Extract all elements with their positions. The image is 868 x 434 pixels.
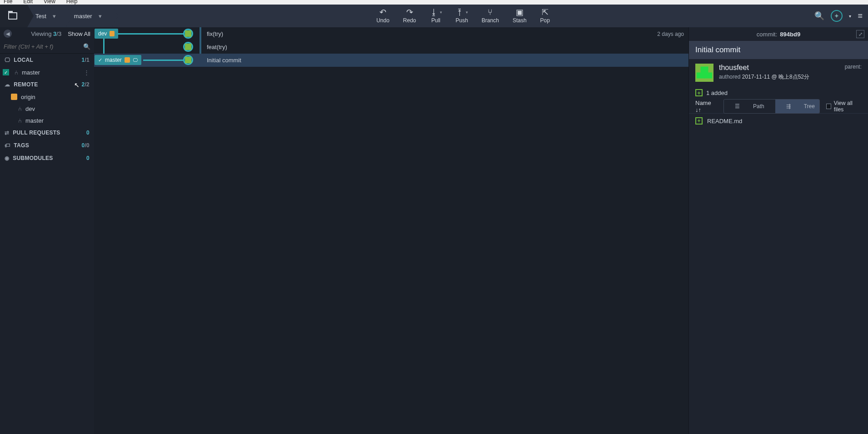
pull-button[interactable]: ⭳▾ Pull [430, 8, 442, 24]
menu-icon[interactable]: ≡ [858, 11, 863, 21]
menu-view[interactable]: View [42, 0, 57, 5]
avatar-icon [185, 30, 191, 37]
toggle-tree[interactable]: ⇶Tree [775, 100, 820, 113]
list-icon: ☰ [729, 101, 745, 111]
viewing-label: Viewing 3/3 [31, 30, 61, 37]
details-header: commit: 894bd9 ⤢ [689, 27, 868, 41]
commit-title: Initial commit [689, 41, 868, 59]
chevron-down-icon: ▾ [440, 10, 442, 15]
commit-hash[interactable]: 894bd9 [780, 31, 800, 38]
check-icon: ✓ [3, 69, 9, 75]
added-icon: + [695, 117, 703, 125]
filter-input[interactable] [4, 43, 80, 50]
stash-icon: ▣ [516, 8, 524, 16]
menu-help[interactable]: Help [65, 0, 80, 5]
chevron-down-icon: ▾ [466, 10, 468, 15]
chevron-down-icon[interactable]: ▾ [849, 14, 851, 19]
branch-crumb[interactable]: master ▾ [66, 5, 112, 27]
local-branch-master[interactable]: ✓ ⑃ master ⋮ [0, 66, 94, 78]
branch-name: master [74, 13, 92, 20]
pop-icon: ⇱ [542, 8, 549, 16]
origin-icon [11, 94, 17, 100]
section-submodules[interactable]: ◉ SUBMODULES 0 [0, 152, 94, 165]
profile-button[interactable]: ✦ [831, 10, 843, 22]
search-icon[interactable]: 🔍 [814, 11, 824, 21]
author-meta: authored 2017-11-11 @ 晚上8点52分 [719, 73, 809, 81]
download-icon: ⭳ [430, 8, 438, 16]
redo-button[interactable]: ↷ Redo [403, 8, 416, 24]
search-icon[interactable]: 🔍 [83, 43, 90, 50]
branch-icon: ⑂ [488, 8, 493, 16]
graph-hline [118, 33, 184, 35]
graph-hline [143, 60, 184, 61]
file-columns: Name ↓↑ ☰Path ⇶Tree View all files [689, 99, 868, 114]
commit-message: Initial commit [207, 57, 241, 64]
view-all-files[interactable]: View all files [826, 100, 862, 113]
menu-file[interactable]: File [2, 0, 14, 5]
back-button[interactable]: ◀ [4, 30, 12, 38]
undo-icon: ↶ [379, 8, 386, 16]
file-row[interactable]: + README.md [689, 114, 868, 128]
check-icon: ✓ [98, 57, 102, 63]
commit-time: 2 days ago [657, 31, 684, 37]
branch-button[interactable]: ⑂ Branch [482, 8, 499, 24]
more-icon[interactable]: ⋮ [84, 69, 90, 76]
branch-label-master[interactable]: ✓ master 🖵 [95, 55, 141, 65]
sort-name[interactable]: Name ↓↑ [695, 100, 717, 113]
toggle-path[interactable]: ☰Path [724, 100, 775, 113]
author-name: thousfeet [719, 64, 809, 72]
octopus-icon: ✦ [834, 12, 839, 20]
view-toggle: ☰Path ⇶Tree [723, 99, 820, 114]
chevron-down-icon: ▾ [99, 13, 102, 20]
menu-edit[interactable]: Edit [21, 0, 35, 5]
origin-icon [125, 57, 130, 63]
remote-branch-master[interactable]: ⑃ master [0, 115, 94, 126]
monitor-icon: 🖵 [133, 57, 138, 63]
expand-icon[interactable]: ⤢ [856, 30, 864, 38]
show-all-link[interactable]: Show All [68, 30, 90, 37]
sort-icon: ↓↑ [695, 106, 701, 113]
undo-button[interactable]: ↶ Undo [376, 8, 389, 24]
commit-node[interactable] [183, 55, 193, 65]
branch-icon: ⑃ [18, 105, 22, 112]
redo-icon: ↷ [406, 8, 413, 16]
monitor-icon: 🖵 [5, 57, 10, 63]
folder-button[interactable] [0, 5, 27, 27]
branch-icon: ⑃ [15, 69, 18, 76]
chevron-down-icon: ▾ [53, 13, 56, 20]
commit-message: feat(try) [207, 44, 227, 50]
upload-icon: ⭱ [456, 8, 464, 16]
commit-message: fix(try) [207, 30, 223, 37]
file-name: README.md [707, 118, 742, 125]
commit-node[interactable] [183, 29, 193, 39]
section-tags[interactable]: 🏷 TAGS 0/0 [0, 139, 94, 152]
author-avatar: ▟▙ [695, 64, 713, 82]
checkbox-icon [826, 104, 831, 109]
breadcrumb: Test ▾ master ▾ [0, 5, 112, 27]
section-remote[interactable]: ☁ REMOTE 2/2 [0, 78, 94, 91]
branch-label-dev[interactable]: dev [95, 29, 118, 39]
tag-icon: 🏷 [5, 142, 10, 149]
section-pull-requests[interactable]: ⇄ PULL REQUESTS 0 [0, 126, 94, 139]
commit-graph: dev fix(try) 2 days ago feat(try) ✓ mast… [94, 27, 688, 434]
pop-button[interactable]: ⇱ Pop [540, 8, 550, 24]
author-block: ▟▙ thousfeet authored 2017-11-11 @ 晚上8点5… [689, 59, 868, 86]
commit-details-panel: commit: 894bd9 ⤢ Initial commit ▟▙ thous… [688, 27, 868, 434]
stash-button[interactable]: ▣ Stash [513, 8, 527, 24]
remote-branch-dev[interactable]: ⑃ dev [0, 103, 94, 115]
branch-icon: ⑃ [18, 117, 22, 124]
added-icon: + [695, 89, 703, 96]
filter-bar: 🔍 [0, 40, 94, 54]
main-toolbar: Test ▾ master ▾ ↶ Undo ↷ Redo ⭳▾ Pull ⭱▾… [0, 5, 868, 27]
section-local[interactable]: 🖵 LOCAL 1/1 [0, 54, 94, 66]
repo-name: Test [35, 13, 46, 20]
tree-icon: ⇶ [781, 101, 796, 111]
folder-icon [8, 12, 17, 20]
push-button[interactable]: ⭱▾ Push [456, 8, 468, 24]
pull-request-icon: ⇄ [5, 130, 9, 136]
avatar-icon [185, 57, 191, 63]
submodule-icon: ◉ [5, 155, 9, 161]
commit-node[interactable] [183, 42, 193, 52]
left-sidebar: ◀ Viewing 3/3 Show All 🔍 🖵 LOCAL 1/1 ✓ ⑃… [0, 27, 94, 434]
remote-origin[interactable]: origin [0, 91, 94, 103]
